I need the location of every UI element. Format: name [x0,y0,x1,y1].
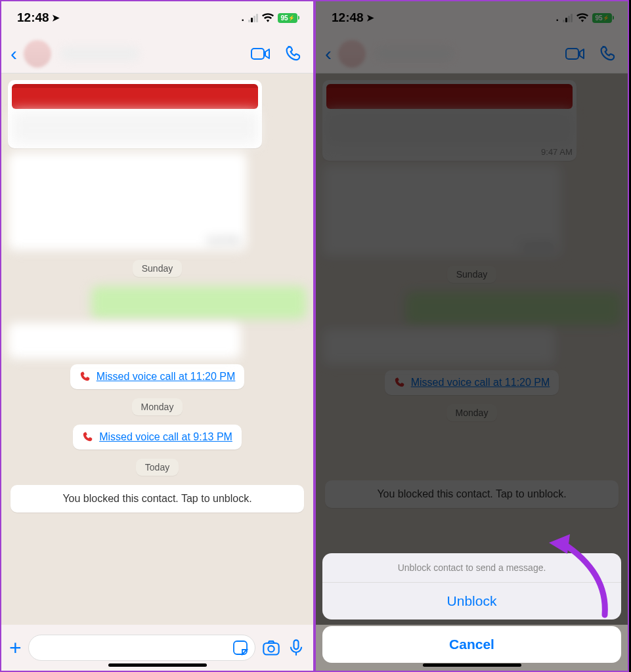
missed-call-icon [394,377,406,388]
nav-bar: ‹ [316,34,628,74]
wifi-icon [262,13,274,22]
video-call-button[interactable] [250,43,271,64]
missed-call-text: Missed voice call at 11:20 PM [411,377,550,388]
blocked-banner: You blocked this contact. Tap to unblock… [325,480,619,508]
signal-icon [248,14,258,22]
message-bubble[interactable] [8,80,262,148]
voice-call-button[interactable] [598,43,619,64]
back-button[interactable]: ‹ [325,43,332,65]
svg-point-3 [268,646,274,652]
status-bar: 12:48 ➤ . 95⚡ [316,1,628,34]
status-bar: 12:48 ➤ . 95⚡ [1,1,313,34]
message-bubble-outgoing[interactable] [91,286,307,319]
blocked-banner[interactable]: You blocked this contact. Tap to unblock… [11,485,304,513]
chat-area[interactable]: 6:03 PM Sunday Missed voice call at 11:2… [1,74,313,625]
status-time: 12:48 [332,10,364,25]
location-icon: ➤ [52,12,60,23]
home-indicator[interactable] [423,663,521,667]
home-indicator[interactable] [108,663,207,667]
mic-button[interactable] [287,639,305,657]
phone-right: 12:48 ➤ . 95⚡ ‹ 9:47 AM 6:03 PM Sund [315,0,629,672]
message-bubble: 6:03 PM [322,165,561,257]
date-separator: Today [136,459,179,476]
cancel-button[interactable]: Cancel [322,626,621,663]
contact-name[interactable] [375,47,454,61]
message-time: 6:03 PM [522,242,554,251]
voice-call-button[interactable] [283,43,304,64]
location-icon: ➤ [366,12,374,23]
camera-button[interactable] [262,639,280,657]
message-time: 9:47 AM [326,147,573,157]
battery-icon: 95⚡ [592,13,612,23]
sheet-title: Unblock contact to send a message. [322,553,621,583]
missed-call-icon [79,371,91,383]
missed-call-bubble: Missed voice call at 11:20 PM [385,370,559,395]
message-input[interactable] [28,635,255,661]
action-sheet: Unblock contact to send a message. Unblo… [322,553,621,663]
nav-bar: ‹ [1,34,313,74]
missed-call-text: Missed voice call at 11:20 PM [97,371,236,383]
attach-button[interactable]: + [9,636,22,660]
svg-rect-0 [251,49,264,59]
svg-rect-2 [263,643,278,655]
unblock-button[interactable]: Unblock [322,583,621,620]
status-time: 12:48 [17,10,49,25]
wifi-icon [577,13,588,22]
message-bubble: 9:47 AM [322,80,577,161]
contact-name[interactable] [60,47,139,61]
date-separator: Monday [446,404,498,421]
missed-call-bubble[interactable]: Missed voice call at 11:20 PM [70,364,245,389]
dot: . [556,12,559,24]
media-thumbnail [326,84,573,109]
message-bubble-outgoing [406,292,621,325]
media-thumbnail [12,84,258,109]
avatar[interactable] [24,40,51,68]
chat-area: 9:47 AM 6:03 PM Sunday Missed voice call… [316,74,628,625]
date-separator: Sunday [447,266,496,283]
dot: . [242,12,244,24]
battery-icon: 95⚡ [278,13,297,23]
missed-call-bubble[interactable]: Missed voice call at 9:13 PM [73,425,242,450]
back-button[interactable]: ‹ [11,43,17,65]
video-call-button[interactable] [565,43,586,64]
sticker-icon[interactable] [232,640,248,656]
svg-rect-5 [566,49,578,59]
message-bubble[interactable]: 6:03 PM [8,152,247,251]
message-bubble[interactable] [8,323,241,359]
message-bubble [322,329,555,365]
missed-call-text: Missed voice call at 9:13 PM [99,431,232,443]
date-separator: Sunday [133,260,182,277]
message-time: 6:03 PM [207,236,239,245]
signal-icon [563,14,573,22]
avatar[interactable] [338,40,366,68]
missed-call-icon [82,431,94,443]
phone-left: 12:48 ➤ . 95⚡ ‹ 6:03 PM Sunday [0,0,315,672]
date-separator: Monday [132,398,183,415]
svg-rect-4 [294,640,299,649]
